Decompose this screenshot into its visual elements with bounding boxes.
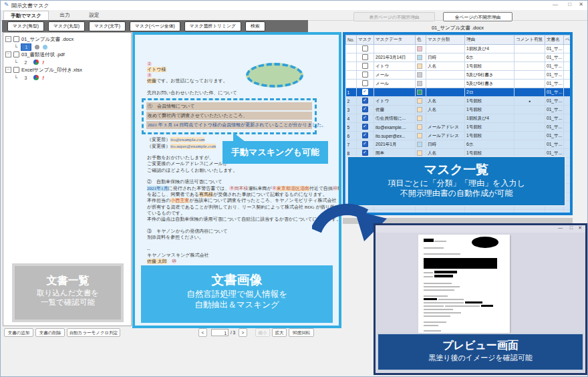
table-row[interactable]: 6ito.super@ex...メールアドレス1号前段01_サ... [346, 132, 571, 140]
tab-settings[interactable]: 設定 [81, 11, 108, 19]
mask-checkbox[interactable] [362, 132, 368, 138]
preview-minimize-button[interactable]: — [558, 225, 563, 230]
color-swatch[interactable] [417, 64, 422, 69]
color-swatch[interactable] [417, 133, 422, 138]
mask-checkbox[interactable] [362, 63, 368, 69]
mask-checkbox[interactable] [362, 150, 368, 156]
color-swatch[interactable] [417, 124, 422, 130]
toolbar-button-0[interactable]: マスク(角型) [7, 21, 44, 31]
mask-checkbox[interactable] [362, 72, 368, 78]
table-row[interactable] [346, 210, 571, 216]
toolbar-button-5[interactable]: 検索 [245, 21, 265, 31]
all-reason-button[interactable]: 全ページの不開示理由 [443, 12, 512, 21]
toolbar-button-1[interactable]: マスク(丸型) [48, 21, 85, 31]
zoom-out-button[interactable]: 縮小 [255, 328, 270, 337]
add-document-button[interactable]: 文書の追加 [4, 328, 33, 337]
table-row[interactable]: 2021年3月14日日時6ホ01_サ... [346, 53, 571, 62]
preview-close-button[interactable]: ✕ [578, 225, 582, 231]
cell-color [416, 132, 426, 140]
mask-checkbox[interactable] [362, 115, 368, 121]
delete-document-button[interactable]: 文書の削除 [35, 328, 65, 337]
table-row[interactable]: 3佐藤人名1号前段01_サ... [346, 106, 571, 114]
next-page-button[interactable]: > [239, 328, 247, 337]
cell-color [416, 140, 426, 149]
preview-maximize-button[interactable]: □ [570, 225, 573, 230]
page-number-input[interactable]: 1 [211, 329, 229, 336]
tree-doc-checkbox[interactable] [13, 51, 19, 57]
mask-checkbox[interactable] [362, 54, 368, 60]
cell-mask-data [374, 88, 416, 97]
mask-checkbox[interactable] [362, 98, 368, 104]
maximize-button[interactable]: □ [568, 1, 571, 7]
table-row[interactable]: メール5及び6柱書き01_サ... [346, 71, 571, 80]
document-tree: –01_サンプル文書 .docx└1–03_書類送付状 .pdf└2!–Exce… [3, 33, 131, 84]
color-swatch[interactable] [417, 55, 422, 60]
tree-page-number[interactable]: 3 [21, 76, 30, 80]
window-title: 開示文書マスク [11, 2, 49, 9]
mask-checkbox[interactable] [362, 45, 368, 51]
doc-text-line: 佐藤 太郎 16 [147, 259, 327, 265]
tree-page-item[interactable]: └2! [5, 58, 129, 66]
table-row[interactable]: 1前段及び401_サ... [346, 45, 571, 53]
toolbar-button-3[interactable]: マスク(ページ全体) [130, 21, 180, 31]
color-swatch[interactable] [417, 98, 422, 104]
doc-text-line: 本件担当の小西主査が当該車について調査を行ったところ、キヤノンモビリティ株式会社 [147, 198, 327, 204]
mask-checkbox[interactable] [362, 141, 368, 147]
color-swatch[interactable] [417, 107, 422, 112]
cell-comment [514, 71, 545, 80]
table-row[interactable]: メール5及び6柱書き01_サ... [346, 80, 571, 88]
cell-no: 6 [346, 132, 357, 140]
tree-collapse-icon[interactable]: – [5, 51, 11, 57]
mask-number-badge: 16 [172, 259, 176, 263]
mask-checkbox[interactable] [362, 80, 368, 86]
cell-mask-data: メール [374, 71, 416, 80]
highlight-dashed-box[interactable]: ① 会員情報について改めて弊社内で調査させていただいたところ、2021 年 3 … [142, 98, 317, 134]
toolbar-button-2[interactable]: マスク(文字) [89, 21, 126, 31]
doc-text-line: ③ キヤノンからの発信内容について [147, 229, 327, 235]
tree-collapse-icon[interactable]: – [5, 67, 11, 73]
table-row[interactable]: 5ito@example....メールアドレス1号前段01_サ... [346, 123, 571, 132]
zoom-in-button[interactable]: 拡大 [272, 328, 287, 337]
table-row[interactable]: 72021年1月日時6ホ01_サ... [346, 140, 571, 149]
tree-doc-item[interactable]: –03_書類送付状 .pdf [5, 51, 129, 58]
tree-page-number[interactable]: 1 [21, 43, 31, 51]
table-row[interactable]: 2イトウ人名1号前段●01_サ... [346, 97, 571, 106]
close-button[interactable]: ✕ [579, 1, 583, 7]
doc-text-line: イトウ様 [147, 67, 327, 73]
tab-output[interactable]: 出力 [51, 11, 78, 19]
color-swatch[interactable] [417, 46, 422, 51]
doc-text-segment: ご確認のほどよろしくお願いいたします。 [147, 168, 237, 173]
page-reason-button[interactable]: 表示ページの不開示理由 [353, 12, 435, 21]
tab-manual-mask[interactable]: 手動でマスク [3, 11, 49, 21]
tree-doc-item[interactable]: –01_サンプル文書 .docx [5, 35, 129, 43]
table-row[interactable]: 4①会員情報に...1前段及び401_サ... [346, 114, 571, 123]
color-swatch[interactable] [417, 90, 422, 95]
tree-page-item[interactable]: └3! [5, 74, 129, 82]
tree-doc-checkbox[interactable] [13, 36, 19, 42]
mask-checkbox[interactable] [362, 106, 368, 112]
tree-page-number[interactable]: 2 [21, 60, 30, 65]
document-image-view[interactable]: 2イトウ様3佐藤です。お世話になっております。先日お問い合わせいただいた件、につ… [132, 32, 341, 328]
cell-category: メールアドレス [426, 123, 465, 132]
tree-doc-checkbox[interactable] [13, 67, 19, 73]
toolbar-button-4[interactable]: マスク箇所トリミング [184, 21, 241, 31]
table-row[interactable]: イトウ人名1号前段01_サ... [346, 62, 571, 71]
color-swatch[interactable] [417, 150, 422, 156]
color-swatch[interactable] [417, 72, 422, 78]
rotate-button[interactable]: 90度回転 [289, 328, 314, 337]
prev-page-button[interactable]: < [198, 328, 207, 337]
tree-doc-item[interactable]: –Excelサンプル_印付き.xlsx [5, 66, 129, 74]
cell-page [564, 140, 571, 149]
color-swatch[interactable] [417, 81, 422, 86]
color-swatch[interactable] [417, 116, 422, 121]
boxed-text-line: ① 会員情報について [146, 102, 312, 110]
cell-mask-data: ito@example.... [374, 123, 416, 132]
color-swatch[interactable] [417, 142, 422, 147]
mask-checkbox[interactable] [362, 124, 368, 130]
tree-page-item[interactable]: └1 [5, 43, 129, 51]
minimize-button[interactable]: — [553, 1, 558, 7]
mask-checkbox[interactable] [362, 89, 368, 95]
table-row[interactable]: 12ロ01_サ... [346, 88, 571, 97]
auto-color-mono-button[interactable]: 自動カラーモノクロ判定 [67, 328, 120, 337]
tree-collapse-icon[interactable]: – [5, 36, 11, 42]
